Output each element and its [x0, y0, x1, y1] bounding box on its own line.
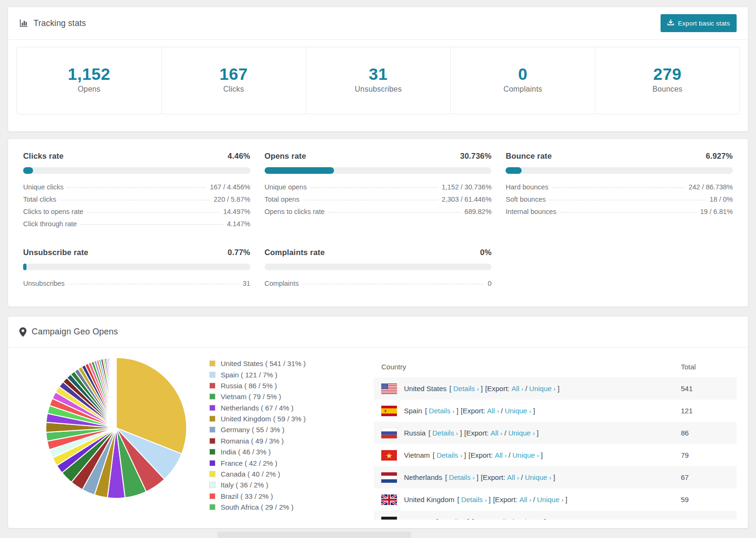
- geo-table-row-germany: Germany [Details ›] [Export: All › / Uni…: [374, 511, 737, 520]
- rate-line-label: Hard bounces: [506, 183, 548, 191]
- rate-line-value: 220 / 5.87%: [214, 196, 250, 203]
- export-unique-link[interactable]: Unique ›: [508, 429, 535, 437]
- dotted-leader: [560, 212, 696, 213]
- export-basic-stats-button[interactable]: Export basic stats: [661, 14, 737, 32]
- progress-bar: [506, 167, 733, 174]
- rate-line: Click through rate 4.147%: [23, 218, 250, 230]
- partial-element-below: [217, 531, 411, 538]
- legend-item-romania: Romania ( 49 / 3% ): [209, 436, 374, 446]
- rate-line-label: Soft bounces: [506, 196, 546, 203]
- export-all-link[interactable]: All ›: [511, 384, 523, 393]
- stat-cell-clicks: 167 Clicks: [161, 47, 306, 114]
- rate-line-label: Clicks to opens rate: [23, 208, 83, 215]
- stat-cell-bounces: 279 Bounces: [595, 47, 740, 114]
- stat-label: Unsubscribes: [306, 85, 450, 94]
- export-unique-link[interactable]: Unique ›: [537, 495, 564, 504]
- country-name: Russia: [404, 429, 426, 437]
- rate-line-value: 31: [243, 280, 250, 287]
- flag-ru-icon: [381, 428, 397, 438]
- campaign-geo-opens-card: Campaign Geo Opens United States ( 541 /…: [8, 316, 748, 529]
- details-link[interactable]: Details ›: [429, 407, 455, 415]
- legend-item-italy: Italy ( 36 / 2% ): [209, 479, 374, 490]
- export-all-link[interactable]: All ›: [495, 451, 507, 459]
- export-unique-link[interactable]: Unique ›: [513, 451, 539, 459]
- country-total: 59: [681, 495, 737, 504]
- geo-table: Country Total United States [Details ›] …: [374, 356, 737, 520]
- export-all-link[interactable]: All ›: [487, 407, 499, 415]
- stat-label: Complaints: [451, 85, 595, 94]
- rate-line-label: Unique clicks: [23, 183, 63, 191]
- rate-line-label: Opens to clicks rate: [265, 208, 325, 215]
- legend-label: Germany ( 55 / 3% ): [221, 426, 284, 434]
- export-all-link[interactable]: All ›: [507, 473, 519, 481]
- country-name: United States: [404, 384, 447, 393]
- export-unique-link[interactable]: Unique ›: [525, 473, 551, 481]
- rate-title: Complaints rate: [265, 248, 325, 257]
- progress-bar: [265, 167, 492, 174]
- details-link[interactable]: Details ›: [432, 429, 458, 437]
- geo-table-row-united-kingdom: United Kingdom [Details ›] [Export: All …: [374, 488, 737, 511]
- details-link[interactable]: Details ›: [453, 384, 479, 393]
- details-link[interactable]: Details ›: [449, 473, 474, 481]
- country-total: 541: [681, 384, 737, 393]
- stat-value: 31: [306, 65, 450, 84]
- geo-col-total: Total: [681, 363, 737, 371]
- legend-item-brazil: Brazil ( 33 / 2% ): [209, 491, 374, 502]
- export-all-link[interactable]: All ›: [490, 429, 502, 437]
- rate-line-value: 19 / 6.81%: [700, 208, 733, 215]
- stat-label: Bounces: [595, 85, 739, 94]
- geo-card-header: Campaign Geo Opens: [8, 316, 748, 348]
- pie-slice: [116, 358, 116, 428]
- legend-label: France ( 42 / 2% ): [221, 459, 277, 467]
- details-link[interactable]: Details ›: [440, 518, 465, 520]
- rate-title: Unsubscribe rate: [23, 248, 88, 257]
- stat-value: 1,152: [17, 65, 161, 84]
- legend-swatch: [209, 460, 215, 466]
- legend-item-netherlands: Netherlands ( 67 / 4% ): [209, 402, 374, 413]
- geo-pie-legend: United States ( 541 / 31% ) Spain ( 121 …: [209, 356, 374, 520]
- legend-label: Canada ( 40 / 2% ): [221, 470, 280, 478]
- legend-swatch: [209, 372, 215, 378]
- details-link[interactable]: Details ›: [461, 495, 487, 504]
- dotted-leader: [328, 212, 461, 213]
- rate-line: Internal bounces 19 / 6.81%: [506, 205, 733, 218]
- dotted-leader: [87, 212, 219, 213]
- bar-chart-icon: [19, 19, 28, 28]
- rate-line: Total opens 2,303 / 61.446%: [265, 193, 492, 205]
- rate-value: 0%: [480, 248, 491, 257]
- export-unique-link[interactable]: Unique ›: [505, 407, 531, 415]
- geo-pie-wrap: [19, 356, 209, 520]
- stat-cell-opens: 1,152 Opens: [17, 47, 162, 114]
- legend-item-india: India ( 46 / 3% ): [209, 446, 374, 457]
- details-link[interactable]: Details ›: [437, 451, 462, 459]
- rate-line-label: Internal bounces: [506, 208, 556, 215]
- export-all-link[interactable]: All ›: [498, 518, 510, 520]
- rate-line-label: Total opens: [265, 196, 300, 203]
- rate-line-label: Click through rate: [23, 220, 77, 228]
- rate-line-value: 2,303 / 61.446%: [442, 196, 492, 203]
- export-button-label: Export basic stats: [678, 20, 730, 27]
- flag-es-icon: [381, 406, 397, 416]
- rate-line-value: 242 / 86.738%: [688, 183, 733, 191]
- map-pin-icon: [19, 327, 26, 337]
- dotted-leader: [69, 284, 239, 284]
- rates-card: Clicks rate 4.46% Unique clicks 167 / 4.…: [8, 138, 748, 307]
- stat-cell-unsubscribes: 31 Unsubscribes: [306, 47, 451, 114]
- legend-item-vietnam: Vietnam ( 79 / 5% ): [209, 391, 374, 402]
- rate-line-label: Unique opens: [265, 183, 307, 191]
- flag-de-icon: [381, 517, 397, 520]
- legend-label: Netherlands ( 67 / 4% ): [221, 404, 293, 412]
- tracking-card-title: Tracking stats: [19, 18, 86, 28]
- stat-value: 167: [162, 65, 306, 84]
- legend-label: United States ( 541 / 31% ): [221, 359, 306, 367]
- export-unique-link[interactable]: Unique ›: [529, 384, 556, 393]
- rate-line-value: 14.497%: [223, 208, 250, 215]
- rate-block-complaints-rate: Complaints rate 0% Complaints 0: [265, 248, 492, 290]
- rate-line: Soft bounces 18 / 0%: [506, 193, 733, 205]
- rate-line-label: Total clicks: [23, 196, 56, 203]
- stat-label: Clicks: [162, 85, 306, 94]
- rate-line-value: 18 / 0%: [710, 196, 733, 203]
- export-all-link[interactable]: All ›: [519, 495, 531, 504]
- export-unique-link[interactable]: Unique ›: [515, 518, 542, 520]
- rate-line-value: 0: [488, 280, 491, 287]
